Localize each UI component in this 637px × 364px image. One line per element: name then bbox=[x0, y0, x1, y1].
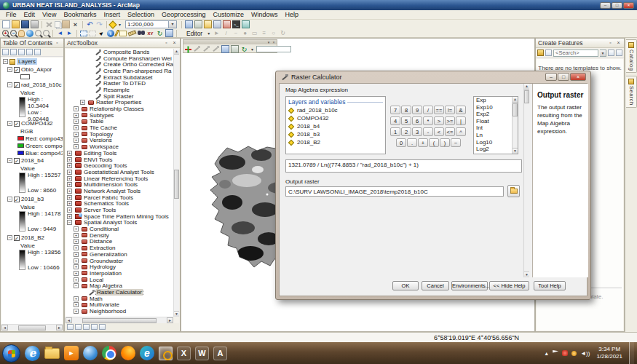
keypad-button-[interactable]: & bbox=[456, 106, 466, 114]
paste-icon[interactable] bbox=[62, 20, 70, 28]
tree-expander-icon[interactable]: + bbox=[74, 296, 79, 301]
keypad-button-9[interactable]: 9 bbox=[412, 106, 422, 114]
tree-expander-icon[interactable]: − bbox=[7, 197, 12, 202]
maximize-icon[interactable]: □ bbox=[612, 2, 622, 9]
toc-layer-2018_b2[interactable]: −✓2018_B2 bbox=[1, 234, 63, 242]
template-search-input[interactable]: <Search> bbox=[553, 50, 598, 57]
expression-input[interactable]: 1321.0789 / Ln((774.8853 / "rad_2018_b10… bbox=[285, 159, 522, 173]
editor-circle-tool-icon[interactable]: ○ bbox=[269, 29, 277, 37]
toc-root-layers[interactable]: −Layers bbox=[1, 58, 63, 66]
arctoolbox-item[interactable]: +Interpolation bbox=[66, 270, 173, 277]
arctoolbox-item[interactable]: +Conditional bbox=[66, 226, 173, 232]
python-window-icon[interactable]: >_ bbox=[232, 20, 240, 28]
arctoolbox-item[interactable]: +Topology bbox=[66, 131, 173, 138]
select-elements-icon[interactable]: ► bbox=[96, 28, 107, 39]
arctoolbox-item[interactable]: +Geostatistical Analyst Tools bbox=[66, 169, 173, 175]
georeferencing-view-icon[interactable] bbox=[221, 45, 229, 53]
keypad-button-7[interactable]: 7 bbox=[390, 106, 400, 114]
scroll-left-icon[interactable]: ◄ bbox=[1, 325, 8, 331]
toc-layer-2018_b3[interactable]: −✓2018_b3 bbox=[1, 195, 63, 203]
tree-expander-icon[interactable]: + bbox=[74, 125, 79, 130]
tree-expander-icon[interactable]: − bbox=[3, 59, 8, 64]
keypad-button-[interactable]: == bbox=[434, 106, 444, 114]
scroll-right-icon[interactable]: ► bbox=[56, 325, 63, 331]
arctoolbox-vertical-scrollbar[interactable]: ▲ ▼ bbox=[173, 49, 179, 317]
arctoolbox-item[interactable]: +Density bbox=[66, 232, 173, 239]
new-document-icon[interactable] bbox=[2, 20, 10, 28]
menu-help[interactable]: Help bbox=[282, 11, 303, 18]
tree-expander-icon[interactable]: + bbox=[74, 233, 79, 238]
search-tab-icon[interactable] bbox=[91, 324, 98, 330]
keypad-button-[interactable]: != bbox=[445, 106, 455, 114]
results-tab-icon[interactable] bbox=[99, 324, 106, 330]
tree-expander-icon[interactable]: + bbox=[67, 214, 72, 219]
map-scale-value[interactable]: 1:200,000 bbox=[125, 20, 169, 28]
arctoolbox-item[interactable]: Create Pan-sharpened Ra bbox=[66, 68, 173, 74]
fixed-zoom-out-icon[interactable] bbox=[43, 30, 50, 36]
dialog-layer-item[interactable]: 2018_B2 bbox=[286, 138, 385, 146]
scroll-up-icon[interactable]: ▲ bbox=[513, 97, 518, 103]
arctoolbox-item[interactable]: +Groundwater bbox=[66, 258, 173, 264]
arctoolbox-item[interactable]: +Generalization bbox=[66, 251, 173, 258]
html-popup-icon[interactable] bbox=[119, 31, 127, 36]
arctoolbox-item[interactable]: Raster To DTED bbox=[66, 80, 173, 87]
arcmap-taskbar-icon[interactable] bbox=[159, 347, 173, 360]
tree-expander-icon[interactable]: + bbox=[74, 309, 79, 314]
refresh-templates-icon[interactable] bbox=[616, 50, 622, 56]
arctoolbox-item[interactable]: +Space Time Pattern Mining Tools bbox=[66, 213, 173, 220]
keypad-button-2[interactable]: 2 bbox=[401, 127, 411, 136]
catalog-window-icon[interactable] bbox=[204, 20, 212, 28]
clear-selection-icon[interactable] bbox=[89, 31, 96, 36]
add-data-dropdown-icon[interactable]: ▾ bbox=[117, 20, 122, 28]
identify-icon[interactable]: i bbox=[107, 30, 114, 37]
keypad-button-[interactable]: | bbox=[456, 116, 466, 125]
list-by-drawing-order-icon[interactable] bbox=[2, 49, 9, 55]
ok-button[interactable]: OK bbox=[392, 281, 419, 290]
arctoolbox-item[interactable]: +Multivariate bbox=[66, 302, 173, 309]
toc-layer-rad_2018_b10c[interactable]: −✓rad_2018_b10c bbox=[1, 81, 63, 89]
toc-layer-2018_b4[interactable]: −✓2018_b4 bbox=[1, 157, 63, 165]
fixed-zoom-in-icon[interactable] bbox=[35, 30, 41, 36]
arctoolbox-item[interactable]: Resample bbox=[66, 87, 173, 93]
function-item[interactable]: Exp2 bbox=[474, 111, 518, 118]
cancel-button[interactable]: Cancel bbox=[422, 281, 449, 290]
arctoolbox-item[interactable]: +Distance bbox=[66, 239, 173, 245]
maximize-icon[interactable]: □ bbox=[558, 73, 569, 81]
find-icon[interactable] bbox=[138, 31, 145, 36]
georeferencing-tool2-icon[interactable] bbox=[202, 45, 210, 53]
editor-dropdown-icon[interactable]: ▾ bbox=[206, 29, 211, 37]
menu-bookmarks[interactable]: Bookmarks bbox=[60, 11, 100, 18]
tree-expander-icon[interactable]: + bbox=[74, 119, 79, 124]
toc-horizontal-scrollbar[interactable]: ◄ ► bbox=[1, 324, 63, 331]
arctoolbox-item[interactable]: Create Ortho Corrected Ra bbox=[66, 61, 173, 68]
back-extent-icon[interactable]: ◄ bbox=[56, 29, 64, 37]
hide-help-button[interactable]: << Hide Help bbox=[489, 281, 529, 290]
arctoolbox-item[interactable]: Raster Calculator bbox=[66, 289, 173, 296]
tree-expander-icon[interactable]: + bbox=[67, 151, 72, 156]
file-explorer-icon[interactable] bbox=[44, 348, 60, 359]
list-by-visibility-icon[interactable] bbox=[18, 49, 25, 55]
arctoolbox-item[interactable]: +Editing Tools bbox=[66, 150, 173, 157]
tool-help-button[interactable]: Tool Help bbox=[534, 281, 566, 290]
arctoolbox-item[interactable]: +Local bbox=[66, 277, 173, 283]
list-by-source-icon[interactable] bbox=[10, 49, 17, 55]
keypad-button-3[interactable]: 3 bbox=[412, 127, 422, 136]
functions-scrollbar[interactable]: ▲ ▼ bbox=[512, 97, 518, 154]
scroll-thumb[interactable] bbox=[82, 318, 157, 323]
editor-toolbar-label[interactable]: Editor bbox=[184, 30, 205, 37]
tree-expander-icon[interactable]: + bbox=[74, 226, 79, 232]
arctoolbox-item[interactable]: +Subtypes bbox=[66, 112, 173, 119]
keypad-button-8[interactable]: 8 bbox=[401, 106, 411, 114]
layer-visibility-checkbox[interactable]: ✓ bbox=[14, 121, 20, 127]
cut-icon[interactable] bbox=[45, 20, 53, 28]
tree-expander-icon[interactable]: + bbox=[67, 182, 72, 187]
search-window-icon[interactable] bbox=[213, 20, 221, 28]
keypad-button-[interactable]: + bbox=[418, 138, 428, 147]
favorites-tab-icon[interactable] bbox=[75, 324, 82, 330]
editor-toolbar-toggle-icon[interactable] bbox=[185, 20, 193, 28]
scroll-thumb[interactable] bbox=[18, 325, 46, 331]
pan-icon[interactable] bbox=[18, 30, 25, 37]
list-by-selection-icon[interactable] bbox=[26, 49, 33, 55]
arctoolbox-item[interactable]: +Raster Properties bbox=[66, 100, 173, 106]
tree-expander-icon[interactable]: + bbox=[74, 132, 79, 137]
